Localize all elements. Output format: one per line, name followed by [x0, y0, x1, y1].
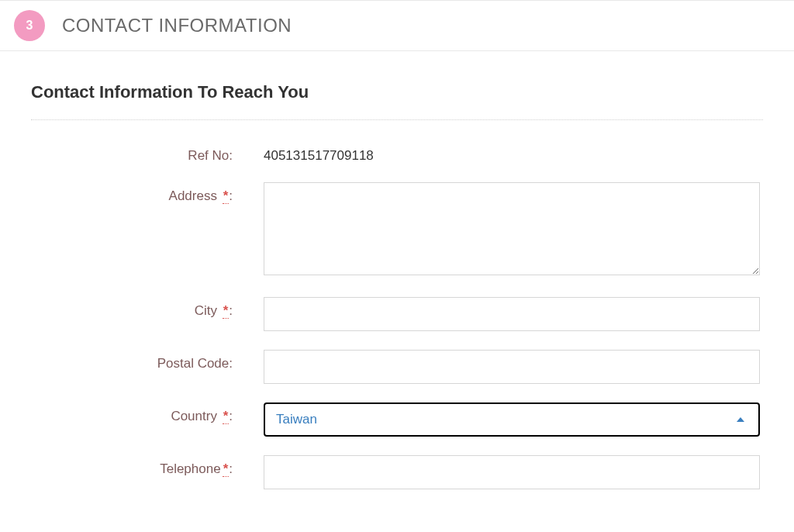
- row-address: Address *:: [31, 182, 763, 278]
- row-country: Country *: Taiwan: [31, 402, 763, 437]
- required-marker: *: [223, 303, 230, 319]
- content: Contact Information To Reach You Ref No:…: [0, 51, 794, 489]
- label-city: City *:: [31, 297, 264, 319]
- row-telephone: Telephone*:: [31, 455, 763, 489]
- required-marker: *: [223, 188, 230, 204]
- required-marker: *: [223, 409, 230, 424]
- section-title: CONTACT INFORMATION: [62, 15, 292, 36]
- label-telephone: Telephone*:: [31, 455, 264, 477]
- label-refno: Ref No:: [31, 142, 264, 164]
- row-city: City *:: [31, 297, 763, 331]
- telephone-input[interactable]: [264, 455, 760, 489]
- country-selected-value: Taiwan: [276, 412, 317, 427]
- postal-code-input[interactable]: [264, 350, 760, 384]
- required-marker: *: [223, 461, 230, 477]
- address-textarea[interactable]: [264, 182, 760, 275]
- value-refno: 405131517709118: [264, 142, 760, 164]
- row-refno: Ref No: 405131517709118: [31, 142, 763, 164]
- city-input[interactable]: [264, 297, 760, 331]
- step-number-badge: 3: [14, 10, 45, 41]
- country-select[interactable]: Taiwan: [264, 402, 760, 437]
- section-header: 3 CONTACT INFORMATION: [0, 0, 794, 51]
- subsection-title: Contact Information To Reach You: [31, 82, 763, 120]
- row-postal: Postal Code:: [31, 350, 763, 384]
- label-postal: Postal Code:: [31, 350, 264, 371]
- caret-up-icon: [737, 417, 744, 422]
- label-address: Address *:: [31, 182, 264, 204]
- label-country: Country *:: [31, 402, 264, 424]
